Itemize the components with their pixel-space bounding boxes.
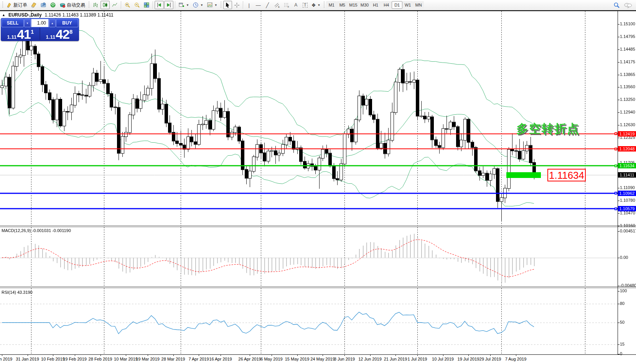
zoom-in-button[interactable] — [123, 1, 132, 9]
chat-icon[interactable] — [624, 2, 632, 8]
sell-price-pips: 41 — [17, 29, 31, 40]
vertical-line-tool[interactable]: | — [245, 1, 254, 9]
autotrading-button[interactable]: 自动交易 — [58, 1, 87, 9]
price-axis-tick — [618, 37, 620, 37]
buy-button[interactable]: BUY — [56, 19, 78, 27]
time-axis[interactable]: 2 Jan 201931 Jan 201910 Feb 201919 Feb 2… — [0, 354, 636, 364]
rsi-axis-tick — [618, 323, 620, 323]
rsi-pane-canvas[interactable] — [0, 288, 618, 354]
horizontal-line-tool[interactable]: — — [254, 1, 263, 9]
timeframe-button-m1[interactable]: M1 — [326, 1, 337, 9]
line-price-flag[interactable]: 1.12048 — [618, 146, 636, 152]
bar-chart-button[interactable] — [91, 1, 100, 9]
line-handle[interactable] — [615, 132, 617, 135]
timeframe-button-h1[interactable]: H1 — [370, 1, 381, 9]
macd-pane-canvas[interactable] — [0, 227, 618, 287]
sell-price-quote[interactable]: 1.11 41 1 — [2, 28, 40, 40]
shapes-tool[interactable]: ❖▼ — [310, 1, 322, 9]
buy-price-point: 8 — [69, 30, 72, 35]
price-axis-tick — [618, 201, 620, 201]
time-axis-label: 10 Jul 2019 — [432, 357, 454, 361]
time-axis-label: 19 Jul 2019 — [458, 357, 479, 361]
volume-increase-button[interactable]: ▲ — [49, 19, 56, 27]
timeframe-button-m15[interactable]: M15 — [348, 1, 359, 9]
channel-icon: E — [274, 2, 280, 8]
current-price-flag: 1.11411 — [618, 172, 636, 178]
time-axis-tick — [173, 354, 174, 356]
zoom-in-icon — [124, 2, 130, 8]
search-icon[interactable] — [613, 2, 620, 8]
toolbar-drag-handle[interactable] — [220, 2, 222, 8]
cursor-button[interactable] — [223, 1, 232, 9]
turning-point-annotation[interactable]: 多空转折点 — [516, 121, 580, 137]
crosshair-button[interactable] — [232, 1, 241, 9]
time-axis-tick — [468, 354, 469, 356]
candlestick-chart-button[interactable] — [101, 1, 110, 9]
line-chart-button[interactable] — [110, 1, 119, 9]
toolbar-drag-handle[interactable] — [323, 2, 325, 8]
volume-decrease-button[interactable]: ▼ — [24, 19, 31, 27]
line-price-flag[interactable]: 1.12419 — [618, 131, 636, 137]
timeframe-button-m30[interactable]: M30 — [359, 1, 370, 9]
volume-input[interactable] — [31, 19, 49, 27]
candlestick-chart-icon — [102, 2, 108, 8]
text-label-tool[interactable]: T — [301, 1, 310, 9]
green-zone-annotation[interactable] — [506, 172, 541, 178]
line-handle[interactable] — [615, 148, 617, 150]
timeframe-button-h4[interactable]: H4 — [381, 1, 392, 9]
time-axis-label: 1 Jul 2019 — [408, 357, 427, 361]
price-axis-tick — [618, 100, 620, 100]
fibonacci-tool[interactable]: F — [282, 1, 291, 9]
periods-button[interactable]: ▼ — [191, 1, 205, 9]
autotrading-icon — [59, 2, 66, 8]
templates-button[interactable]: ▼ — [205, 1, 219, 9]
chart-shift-button[interactable] — [164, 1, 173, 9]
zoom-out-button[interactable] — [132, 1, 142, 9]
time-axis-label: 21 Jun 2019 — [384, 357, 407, 361]
time-axis-label: 26 Apr 2019 — [238, 357, 261, 361]
tile-windows-icon — [143, 2, 150, 8]
trendline-icon: ╱ — [266, 3, 269, 8]
line-handle[interactable] — [615, 192, 617, 194]
trendline-tool[interactable]: ╱ — [263, 1, 272, 9]
tile-windows-button[interactable] — [142, 1, 151, 9]
line-price-flag[interactable]: 1.10962 — [618, 191, 636, 196]
timeframe-button-m5[interactable]: M5 — [337, 1, 348, 9]
macd-axis-tick-label: -0.004806 — [620, 283, 636, 288]
time-axis-label: 19 Feb 2019 — [63, 357, 87, 361]
buy-price-quote[interactable]: 1.11 42 8 — [40, 28, 78, 40]
metaeditor-icon — [31, 2, 37, 8]
sell-button[interactable]: SELL — [2, 19, 24, 27]
signals-button[interactable] — [48, 1, 58, 9]
market-watch-button[interactable] — [39, 1, 48, 9]
equidistant-channel-tool[interactable]: E — [272, 1, 282, 9]
price-axis-tick-label: 1.13560 — [620, 84, 635, 89]
macd-axis-tick — [618, 286, 620, 286]
time-axis-tick — [272, 354, 272, 356]
toolbar-drag-handle[interactable] — [2, 2, 3, 8]
auto-scroll-button[interactable] — [155, 1, 164, 9]
new-order-button[interactable]: 新订单 — [5, 1, 29, 9]
toolbar-drag-handle[interactable] — [88, 2, 90, 8]
line-handle[interactable] — [615, 165, 617, 167]
chevron-down-icon: ▼ — [317, 3, 320, 7]
bar-chart-icon — [92, 2, 99, 8]
horizontal-line-icon: — — [256, 3, 261, 8]
timeframe-button-mn[interactable]: MN — [413, 1, 424, 9]
chart-window: 2 Jan 201931 Jan 201910 Feb 201919 Feb 2… — [0, 11, 636, 364]
price-axis-tick — [618, 226, 620, 226]
line-price-flag[interactable]: 1.10579 — [618, 206, 636, 211]
line-price-flag[interactable]: 1.11634 — [618, 163, 636, 168]
price-chart-canvas[interactable] — [0, 11, 618, 226]
svg-text:F: F — [288, 6, 289, 8]
metaeditor-button[interactable] — [29, 1, 38, 9]
price-callout-box[interactable]: 1.11634 — [547, 169, 586, 181]
new-chart-button[interactable]: ▼ — [177, 1, 191, 9]
rsi-indicator-label: RSI(14) 43.3190 — [2, 290, 33, 295]
line-handle[interactable] — [615, 208, 617, 210]
time-axis-tick — [28, 354, 28, 356]
chart-title: ▲ EURUSD-,Daily 1.11426 1.11463 1.11389 … — [2, 12, 114, 18]
text-tool[interactable]: A — [292, 1, 300, 9]
timeframe-button-w1[interactable]: W1 — [402, 1, 413, 9]
timeframe-button-d1[interactable]: D1 — [392, 1, 402, 9]
